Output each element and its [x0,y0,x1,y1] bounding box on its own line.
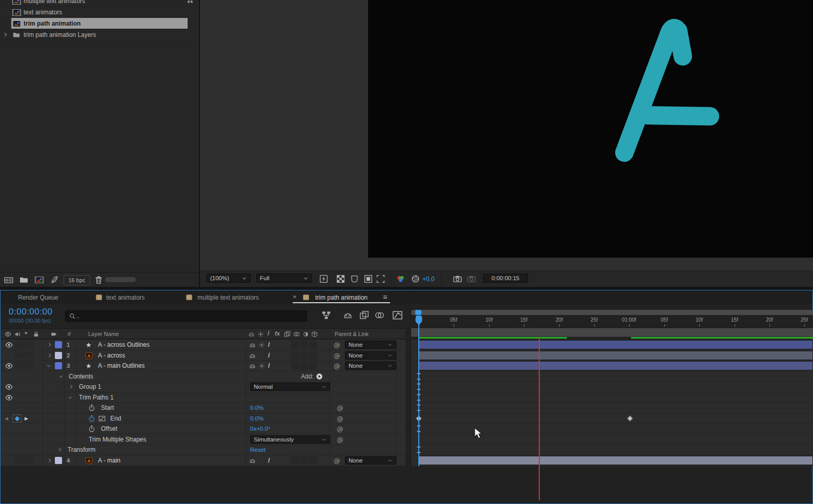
layer-row-2[interactable]: 2 A A - across / @ None [1,350,405,361]
switch-cell[interactable] [309,351,317,360]
new-composition-button[interactable] [35,277,44,283]
solo-cell[interactable] [25,341,33,348]
quality-switch[interactable]: / [268,455,270,466]
solo-cell[interactable] [25,362,33,369]
group-name[interactable]: Contents [69,371,93,382]
pen-icon[interactable] [50,276,59,284]
switch-cell[interactable] [291,456,299,465]
tab-multiple-text-animators[interactable]: multiple text animators [197,294,259,301]
expand-arrow-icon[interactable] [3,32,8,37]
tab-render-queue[interactable]: Render Queue [18,294,58,301]
graph-editor-set-icon[interactable] [98,413,106,424]
layer-bar-4[interactable] [419,456,813,465]
expand-arrow-icon[interactable] [47,350,52,361]
composition-mini-flowchart-button[interactable] [321,310,331,320]
project-item-text-animators[interactable]: text animators [0,7,189,18]
expand-arrow-icon[interactable] [47,455,52,466]
frame-blending-button[interactable] [359,310,369,320]
layer-name[interactable]: A - main Outlines [98,361,145,371]
shy-switch[interactable] [249,340,256,350]
quality-switch[interactable]: / [268,361,270,371]
property-value[interactable]: 0x+0.0° [250,424,270,434]
property-pickwhip-icon[interactable]: @ [337,434,343,445]
audio-cell[interactable] [15,341,24,348]
region-of-interest-button[interactable] [376,275,385,283]
guides-button[interactable] [364,275,373,283]
switch-cell[interactable] [300,456,308,465]
tab-trim-path-animation[interactable]: trim path animation [315,294,368,301]
collapse-transformations-switch[interactable] [258,361,265,371]
fast-previews-button[interactable] [319,275,328,283]
collapse-transformations-switch[interactable] [258,340,265,350]
switch-cell[interactable] [300,341,308,349]
label-color-chip[interactable] [55,457,62,464]
playhead-handle[interactable] [416,316,422,322]
property-value[interactable]: 0.0% [250,403,263,413]
switch-cell[interactable] [300,362,308,370]
switch-cell[interactable] [291,341,299,349]
motion-blur-button[interactable] [375,310,384,320]
group-name[interactable]: Group 1 [79,382,101,392]
group1-row[interactable]: Group 1 Normal [1,382,405,392]
layer-row-1[interactable]: 1 ★ A - across Outlines / @ None [1,340,405,350]
exposure-reset-button[interactable] [411,275,420,283]
new-folder-button[interactable] [19,276,28,284]
trim-multiple-shapes-row[interactable]: Trim Multiple Shapes Simultaneously @ [1,434,405,445]
visibility-eye-icon[interactable] [5,340,13,350]
layer-row-3[interactable]: 3 ★ A - main Outlines / @ None [1,361,405,371]
trim-multiple-shapes-dropdown[interactable]: Simultaneously [250,435,330,444]
parent-pickwhip-icon[interactable]: @ [334,350,340,361]
tab-text-animators[interactable]: text animators [106,294,145,301]
stopwatch-icon[interactable] [88,424,95,434]
layer-name[interactable]: A - main [98,455,120,466]
switch-cell[interactable] [291,351,299,360]
layer-name[interactable]: A - across Outlines [98,340,150,350]
start-property-row[interactable]: Start 0.0% @ [1,403,405,413]
group-name[interactable]: Transform [68,445,95,455]
label-color-chip[interactable] [55,362,62,369]
solo-cell[interactable] [25,351,33,359]
project-item-label[interactable]: text animators [24,9,62,16]
channel-settings-button[interactable] [396,275,405,283]
layer-name[interactable]: A - across [98,350,125,361]
layer-bar-3[interactable] [419,361,813,370]
navigator-start-handle[interactable] [415,310,421,315]
expand-arrow-icon[interactable] [69,382,74,392]
solo-cell[interactable] [25,456,33,464]
shy-switch[interactable] [249,455,256,466]
reset-link[interactable]: Reset [250,445,266,455]
property-pickwhip-icon[interactable]: @ [337,413,343,424]
audio-cell[interactable] [15,456,24,464]
panel-menu-icon[interactable]: ≡ [383,293,387,301]
expand-arrow-icon[interactable] [47,340,52,350]
work-area-bar[interactable] [411,328,813,337]
preview-time-field[interactable]: 0:00:00:15 [483,274,528,283]
playhead-line[interactable] [418,322,419,466]
project-item-label[interactable]: multiple text animators [24,0,85,5]
collapse-arrow-icon[interactable] [68,392,73,403]
layer-bar-1[interactable] [419,340,813,349]
property-name[interactable]: End [110,413,121,424]
parent-dropdown[interactable]: None [345,341,396,349]
transparency-grid-button[interactable] [336,275,345,283]
label-color-chip[interactable] [55,352,62,359]
property-name[interactable]: Offset [101,424,117,434]
collapse-arrow-icon[interactable] [46,361,51,371]
take-snapshot-button[interactable] [453,275,462,283]
transform-group-row[interactable]: Transform Reset [1,445,405,455]
parent-dropdown[interactable]: None [345,456,396,465]
project-item-trim-path-animation-layers[interactable]: trim path animation Layers [0,29,189,40]
interpret-footage-icon[interactable] [4,276,13,285]
next-keyframe-button[interactable]: ▶ [25,413,28,424]
parent-pickwhip-icon[interactable]: @ [334,361,340,371]
group-name[interactable]: Trim Paths 1 [79,392,114,403]
delete-item-button[interactable] [94,276,103,284]
property-name[interactable]: Start [101,403,114,413]
project-item-trim-path-animation[interactable]: trim path animation [0,18,189,29]
visibility-eye-icon[interactable] [5,382,13,392]
property-value[interactable]: 0.0% [250,413,263,424]
exposure-value[interactable]: +0.0 [422,276,435,283]
end-property-row[interactable]: ◀ ▶ End 0.0% @ [1,413,405,424]
resolution-dropdown[interactable]: Full [256,274,312,283]
label-color-chip[interactable] [55,341,62,348]
